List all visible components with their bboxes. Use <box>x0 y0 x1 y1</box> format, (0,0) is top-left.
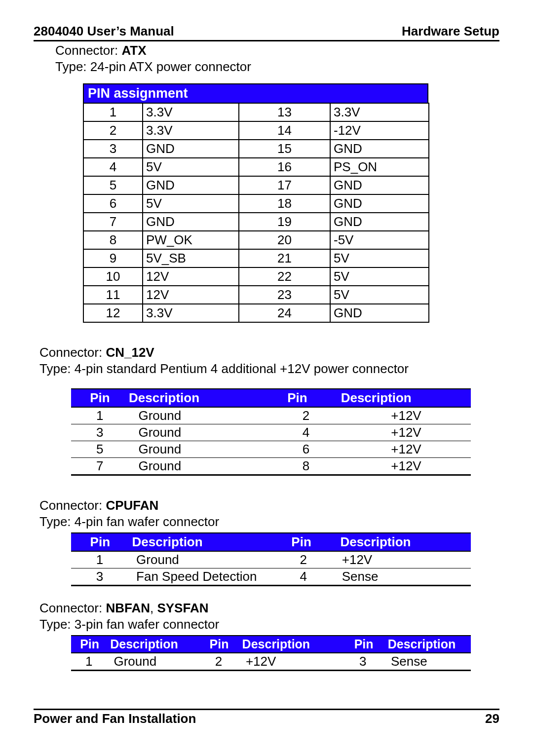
cpufan-connector-prefix: Connector: <box>39 498 106 513</box>
atx-row: 123.3V24GND <box>84 304 429 323</box>
cpufan-connector-name: CPUFAN <box>106 498 158 513</box>
desc-a: Ground <box>128 458 272 474</box>
atx-desc-b: 5V <box>331 286 429 304</box>
atx-pin-a: 5 <box>84 177 143 195</box>
cn12v-intro: Connector: CN_12V Type: 4-pin standard P… <box>39 344 499 377</box>
atx-pin-a: 8 <box>84 231 143 250</box>
footer-left: Power and Fan Installation <box>34 711 196 726</box>
atx-desc-a: 12V <box>143 268 239 286</box>
cn12v-connector-prefix: Connector: <box>39 345 106 360</box>
pin-b: 8 <box>272 458 340 474</box>
table-row: 1Ground2+12V3Sense <box>71 653 471 671</box>
nbfan-connector-prefix: Connector: <box>39 601 106 615</box>
atx-desc-a: GND <box>143 140 239 158</box>
atx-desc-b: 3.3V <box>331 104 429 122</box>
pin-a: 3 <box>71 425 128 440</box>
cpufan-type: Type: 4-pin fan wafer connector <box>39 514 219 529</box>
atx-row: 23.3V14-12V <box>84 122 429 140</box>
atx-row: 95V_SB215V <box>84 250 429 268</box>
atx-desc-b: GND <box>331 195 429 213</box>
cpufan-h4: Description <box>330 534 471 550</box>
pin-b: 2 <box>272 408 340 423</box>
nbfan-table: Pin Description Pin Description Pin Desc… <box>71 635 471 671</box>
atx-row: 13.3V133.3V <box>84 104 429 122</box>
atx-type: Type: 24-pin ATX power connector <box>55 59 251 74</box>
nbfan-h1: Pin <box>71 637 108 651</box>
atx-pin-b: 23 <box>239 286 331 304</box>
desc-a: Fan Speed Detection <box>128 569 275 584</box>
atx-pin-a: 12 <box>84 304 143 323</box>
page-footer: Power and Fan Installation 29 <box>34 709 499 726</box>
atx-pin-b: 24 <box>239 304 331 323</box>
page-header: 2804040 User’s Manual Hardware Setup <box>34 24 499 41</box>
atx-desc-a: PW_OK <box>143 231 239 250</box>
atx-pin-a: 10 <box>84 268 143 286</box>
atx-pin-b: 15 <box>239 140 331 158</box>
atx-row: 65V18GND <box>84 195 429 213</box>
atx-desc-b: -5V <box>331 231 429 250</box>
header-left: 2804040 User’s Manual <box>34 24 174 39</box>
atx-row: 7GND19GND <box>84 213 429 231</box>
atx-pin-a: 3 <box>84 140 143 158</box>
nbfan-h4: Description <box>240 637 342 651</box>
pin-a: 7 <box>71 458 128 474</box>
atx-pin-b: 20 <box>239 231 331 250</box>
cpufan-h3: Pin <box>272 534 331 550</box>
cn12v-h3: Pin <box>264 390 331 406</box>
atx-desc-b: -12V <box>331 122 429 140</box>
nbfan-type: Type: 3-pin fan wafer connector <box>39 617 219 632</box>
pin-b: 6 <box>272 442 340 457</box>
atx-desc-b: GND <box>331 213 429 231</box>
atx-table-title: PIN assignment <box>83 83 428 103</box>
pin-b: 2 <box>198 654 239 669</box>
atx-pin-b: 17 <box>239 177 331 195</box>
desc-b: +12V <box>340 442 471 457</box>
cn12v-h4: Description <box>331 390 471 406</box>
table-row: 3Fan Speed Detection4Sense <box>71 568 471 586</box>
atx-pin-b: 19 <box>239 213 331 231</box>
atx-pin-a: 6 <box>84 195 143 213</box>
cn12v-h2: Description <box>129 390 264 406</box>
table-row: 7Ground8+12V <box>71 458 471 476</box>
table-row: 5Ground6+12V <box>71 441 471 458</box>
atx-desc-b: GND <box>331 140 429 158</box>
nbfan-connector-sep: , <box>150 601 157 615</box>
atx-pin-b: 21 <box>239 250 331 268</box>
pin-a: 3 <box>71 569 128 584</box>
desc-b: +12V <box>340 408 471 423</box>
desc-b: +12V <box>239 654 342 669</box>
desc-b: +12V <box>340 425 471 440</box>
desc-a: Ground <box>128 408 272 423</box>
atx-pin-b: 16 <box>239 158 331 177</box>
atx-pin-b: 13 <box>239 104 331 122</box>
atx-desc-a: GND <box>143 177 239 195</box>
atx-desc-a: 3.3V <box>143 122 239 140</box>
atx-pin-a: 11 <box>84 286 143 304</box>
atx-row: 45V16PS_ON <box>84 158 429 177</box>
atx-row: 1012V225V <box>84 268 429 286</box>
atx-desc-b: 5V <box>331 250 429 268</box>
header-right: Hardware Setup <box>402 24 499 39</box>
cn12v-h1: Pin <box>71 390 129 406</box>
pin-a: 1 <box>71 408 128 423</box>
atx-table-wrap: PIN assignment 13.3V133.3V23.3V14-12V3GN… <box>83 83 428 323</box>
cpufan-header-row: Pin Description Pin Description <box>71 532 471 552</box>
atx-desc-a: 5V <box>143 158 239 177</box>
cpufan-h1: Pin <box>71 534 129 550</box>
pin-b: 4 <box>272 425 340 440</box>
atx-pin-a: 7 <box>84 213 143 231</box>
atx-row: 3GND15GND <box>84 140 429 158</box>
atx-desc-b: GND <box>331 304 429 323</box>
atx-row: 5GND17GND <box>84 177 429 195</box>
atx-desc-b: 5V <box>331 268 429 286</box>
pin-a: 1 <box>71 552 128 567</box>
desc-a: Ground <box>128 425 272 440</box>
cn12v-header-row: Pin Description Pin Description <box>71 388 471 408</box>
table-row: 1Ground2+12V <box>71 408 471 424</box>
desc-c: Sense <box>384 654 471 669</box>
desc-b: +12V <box>340 458 471 474</box>
cpufan-h2: Description <box>129 534 272 550</box>
atx-desc-a: 3.3V <box>143 104 239 122</box>
desc-a: Ground <box>128 442 272 457</box>
atx-connector-prefix: Connector: <box>55 43 121 58</box>
